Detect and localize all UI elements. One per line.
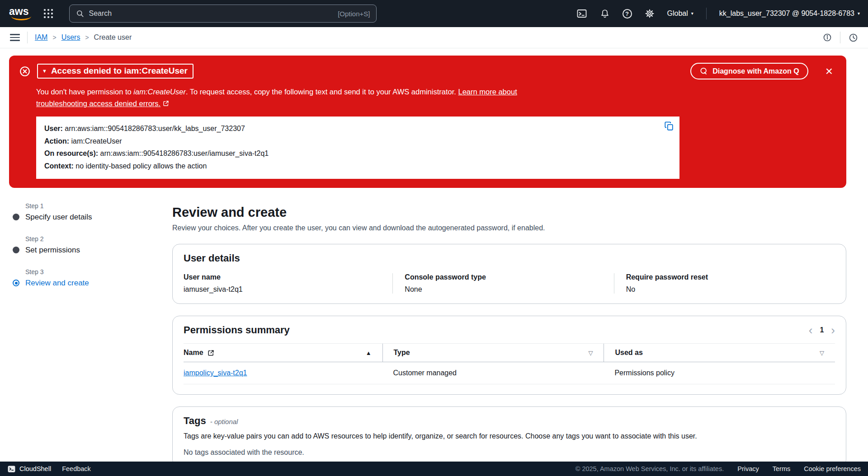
sort-icon[interactable]: ▽: [820, 350, 824, 356]
sort-ascending-icon[interactable]: ▲: [366, 350, 372, 356]
breadcrumb-link-iam[interactable]: IAM: [35, 33, 47, 42]
diagnose-with-amazon-q-button[interactable]: Diagnose with Amazon Q: [690, 63, 808, 79]
breadcrumb-separator: >: [52, 34, 56, 41]
breadcrumb: IAM > Users > Create user: [35, 33, 132, 42]
field-label: Console password type: [405, 273, 604, 281]
step-number: Step 2: [25, 235, 172, 243]
search-shortcut-hint: [Option+S]: [338, 10, 370, 18]
side-menu-toggle-icon[interactable]: [10, 33, 20, 42]
search-input[interactable]: [89, 9, 333, 18]
history-icon[interactable]: [849, 33, 858, 42]
cookie-preferences-link[interactable]: Cookie preferences: [804, 465, 861, 472]
breadcrumb-link-users[interactable]: Users: [61, 33, 80, 42]
step-specify-user-details: Step 1 Specify user details: [12, 202, 172, 222]
error-banner-expander[interactable]: ▼ Access denied to iam:CreateUser: [37, 64, 193, 79]
step-label[interactable]: Set permissions: [25, 246, 80, 255]
app-grid-icon[interactable]: [42, 7, 55, 20]
step-number: Step 1: [25, 202, 172, 210]
notifications-bell-icon[interactable]: [600, 9, 610, 19]
external-link-icon: [163, 98, 169, 110]
page-subtitle: Review your choices. After you create th…: [172, 224, 846, 232]
tags-card: Tags - optional Tags are key-value pairs…: [172, 406, 846, 467]
card-title: User details: [184, 252, 835, 264]
permissions-summary-card: Permissions summary ‹ 1 › Name ▲: [172, 316, 846, 395]
region-label: Global: [667, 9, 688, 18]
policy-link[interactable]: iampolicy_siva-t2q1: [184, 369, 247, 377]
breadcrumb-bar: IAM > Users > Create user: [0, 27, 868, 48]
global-search[interactable]: [Option+S]: [69, 5, 377, 23]
help-icon[interactable]: ?: [623, 9, 632, 19]
step-label[interactable]: Specify user details: [25, 213, 92, 222]
user-name-field: User name iamuser_siva-t2q1: [184, 273, 392, 294]
error-detail-box: User: arn:aws:iam::905418286783:user/kk_…: [36, 117, 679, 179]
feedback-button[interactable]: Feedback: [62, 465, 91, 472]
error-circle-icon: [19, 65, 31, 77]
terms-link[interactable]: Terms: [773, 465, 790, 472]
account-menu[interactable]: kk_labs_user_732307 @ 9054-1828-6783 ▾: [719, 9, 860, 18]
field-label: User name: [184, 273, 383, 281]
column-label: Name: [184, 349, 203, 357]
cloudshell-icon[interactable]: [576, 8, 587, 19]
copy-icon[interactable]: [664, 121, 674, 135]
cloudshell-label: CloudShell: [19, 465, 51, 472]
top-navigation-bar: aws [Option+S] ? Global ▾ kk_labs_user_7…: [0, 0, 868, 27]
error-banner-title: Access denied to iam:CreateUser: [51, 66, 188, 76]
console-footer: CloudShell Feedback © 2025, Amazon Web S…: [0, 462, 868, 476]
privacy-link[interactable]: Privacy: [737, 465, 759, 472]
column-header-type[interactable]: Type ▽: [382, 344, 604, 362]
policy-type-cell: Customer managed: [382, 362, 604, 384]
help-glyph: ?: [625, 10, 629, 17]
page-title: Review and create: [172, 205, 846, 220]
detail-user-line: User: arn:aws:iam::905418286783:user/kk_…: [44, 122, 657, 135]
console-password-type-field: Console password type None: [392, 273, 613, 294]
field-value: None: [405, 285, 604, 294]
account-label: kk_labs_user_732307 @ 9054-1828-6783: [719, 9, 854, 18]
access-denied-error-banner: ▼ Access denied to iam:CreateUser Diagno…: [9, 56, 846, 188]
diagnose-button-label: Diagnose with Amazon Q: [712, 67, 799, 75]
topnav-divider: [706, 8, 707, 19]
settings-gear-icon[interactable]: [645, 9, 655, 19]
tags-description: Tags are key-value pairs you can add to …: [184, 432, 835, 440]
breadcrumb-divider: [840, 32, 840, 43]
detail-context-line: Context: no identity-based policy allows…: [44, 160, 657, 173]
breadcrumb-current: Create user: [94, 33, 132, 42]
detail-resource-line: On resource(s): arn:aws:iam::90541828678…: [44, 147, 657, 160]
page-number[interactable]: 1: [820, 326, 824, 334]
breadcrumb-separator: >: [85, 34, 89, 41]
info-icon[interactable]: [823, 33, 832, 42]
chevron-down-icon: ▾: [858, 11, 860, 16]
optional-label: - optional: [210, 418, 238, 425]
close-icon[interactable]: ×: [822, 65, 836, 78]
main-column: Review and create Review your choices. A…: [172, 200, 846, 467]
breadcrumb-divider: [27, 32, 28, 43]
message-text: . To request access, copy the following …: [186, 88, 458, 96]
step-label[interactable]: Review and create: [25, 279, 89, 288]
column-label: Type: [394, 349, 410, 357]
next-page-icon[interactable]: ›: [831, 326, 835, 335]
caret-down-icon: ▼: [42, 68, 47, 74]
chevron-down-icon: ▾: [691, 11, 693, 16]
table-row: iampolicy_siva-t2q1 Customer managed Per…: [184, 362, 835, 384]
column-label: Used as: [615, 349, 642, 357]
message-action-name: iam:CreateUser: [133, 88, 186, 96]
column-header-used-as[interactable]: Used as ▽: [604, 344, 835, 362]
region-selector[interactable]: Global ▾: [667, 9, 693, 18]
pagination: ‹ 1 ›: [809, 326, 835, 335]
amazon-q-icon: [699, 67, 708, 75]
message-text: You don't have permission to: [36, 88, 133, 96]
column-header-name[interactable]: Name ▲: [184, 344, 382, 362]
error-banner-message: You don't have permission to iam:CreateU…: [36, 86, 570, 110]
previous-page-icon[interactable]: ‹: [809, 326, 813, 335]
tags-empty-state: No tags associated with the resource.: [184, 448, 835, 457]
aws-logo[interactable]: aws: [8, 5, 31, 22]
detail-action-line: Action: iam:CreateUser: [44, 135, 657, 148]
sort-icon[interactable]: ▽: [588, 350, 593, 356]
user-details-card: User details User name iamuser_siva-t2q1…: [172, 244, 846, 304]
step-circle-icon: [13, 214, 19, 220]
field-value: No: [626, 285, 826, 294]
require-password-reset-field: Require password reset No: [614, 273, 835, 294]
cloudshell-button[interactable]: CloudShell: [7, 465, 51, 473]
permissions-table: Name ▲ Type ▽ Used as ▽: [184, 343, 835, 384]
page-content: Step 1 Specify user details Step 2 Set p…: [0, 188, 868, 467]
step-circle-icon: [13, 247, 19, 253]
